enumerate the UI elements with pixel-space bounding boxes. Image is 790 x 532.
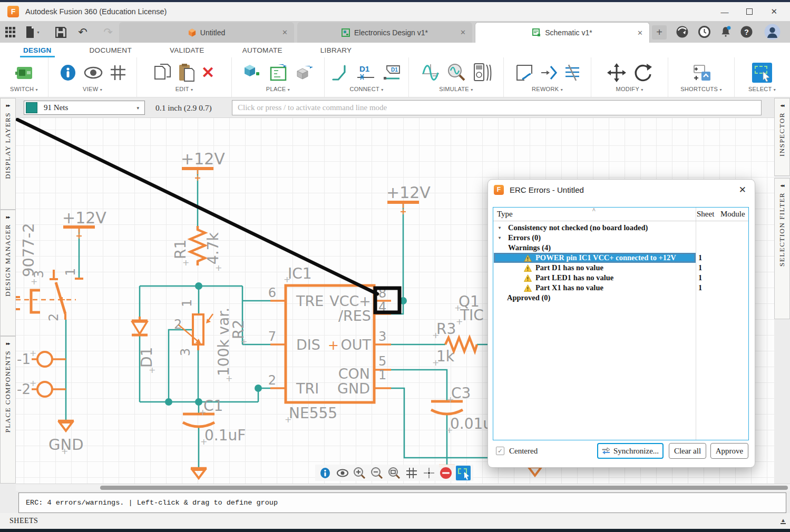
window-close-button[interactable]: ✕ xyxy=(771,7,777,16)
capacitor-c1[interactable]: C1 0.1uF ++ xyxy=(183,397,246,478)
dialog-close-icon[interactable]: ✕ xyxy=(739,184,746,195)
file-menu-icon[interactable]: ▾ xyxy=(24,25,40,40)
capacitor-c3[interactable]: C3 0.01u ++ xyxy=(431,385,492,476)
rework-lines-icon[interactable] xyxy=(564,64,580,82)
column-module[interactable]: Module xyxy=(720,210,745,219)
simulate-probe-icon[interactable] xyxy=(446,63,466,82)
expand-right-icon[interactable]: ▸▸ xyxy=(6,214,9,220)
menu-validate[interactable]: VALIDATE xyxy=(170,46,204,54)
resistor-r1[interactable]: R1 4.7k ++ xyxy=(172,226,222,273)
menu-library[interactable]: LIBRARY xyxy=(320,46,352,54)
column-sheet[interactable]: Sheet xyxy=(697,210,714,219)
notifications-bell-icon[interactable] xyxy=(719,25,733,41)
activity-clock-icon[interactable] xyxy=(698,25,711,41)
panel-design-manager[interactable]: ▸▸ DESIGN MANAGER xyxy=(0,210,16,336)
toolbar-group-shortcuts[interactable]: SHORTCUTS ▾ xyxy=(668,57,735,97)
copy-icon[interactable] xyxy=(154,63,172,82)
panel-place-components[interactable]: ▸▸ PLACE COMPONENTS xyxy=(0,336,16,484)
app-grid-icon[interactable] xyxy=(3,25,17,40)
transistor-q1[interactable]: Q1 TIC ++ xyxy=(454,293,484,327)
dialog-title-bar[interactable]: F ERC Errors - Untitled ✕ xyxy=(488,180,755,200)
panel-inspector[interactable]: ◂◂ INSPECTOR xyxy=(774,98,790,176)
toolbar-group-select[interactable]: SELECT ▾ xyxy=(735,57,789,97)
menu-design[interactable]: DESIGN xyxy=(23,46,52,54)
select-tool-icon[interactable] xyxy=(752,63,772,83)
visibility-eye-icon[interactable] xyxy=(335,466,350,480)
net-wire-icon[interactable] xyxy=(332,64,350,82)
erc-group-approved[interactable]: Approved (0) xyxy=(493,293,748,303)
panel-selection-filter[interactable]: ◂◂ SELECTION FILTER xyxy=(774,178,790,319)
expand-right-icon[interactable]: ▸▸ xyxy=(6,341,9,346)
place-module-icon[interactable] xyxy=(294,64,314,82)
erc-group-errors[interactable]: ▾ Errors (0) xyxy=(493,233,748,243)
potentiometer-r2[interactable]: 1 2 3 R2 100k var. ++ xyxy=(174,299,247,383)
erc-group-warnings[interactable]: Warnings (4) xyxy=(493,243,748,253)
tab-untitled[interactable]: Untitled ✕ xyxy=(119,22,294,43)
command-line-input[interactable] xyxy=(232,100,762,115)
centered-checkbox[interactable]: ✓ xyxy=(496,447,504,455)
info-icon[interactable] xyxy=(59,64,77,82)
gnd-symbol-left[interactable]: GND + xyxy=(48,421,84,456)
expand-right-icon[interactable]: ▸▸ xyxy=(6,103,9,108)
column-type[interactable]: Type xyxy=(497,210,513,219)
toolbar-group-switch[interactable]: SWITCH ▾ xyxy=(0,57,48,97)
pin-up-icon[interactable]: ▲ xyxy=(781,518,786,524)
multimeter-icon[interactable] xyxy=(473,63,492,83)
job-status-icon[interactable] xyxy=(676,25,689,41)
toolbar-group-view[interactable]: VIEW ▾ xyxy=(48,57,137,97)
tab-close-icon[interactable]: ✕ xyxy=(637,29,643,37)
help-icon[interactable]: ? xyxy=(740,25,753,41)
grid-settings-icon[interactable] xyxy=(110,64,126,81)
erc-warning-row-2[interactable]: Part D1 has no value 1 xyxy=(493,263,748,273)
shortcuts-icon[interactable] xyxy=(691,63,712,82)
window-minimize-button[interactable]: — xyxy=(720,7,728,16)
window-maximize-button[interactable] xyxy=(746,8,753,15)
menu-automate[interactable]: AUTOMATE xyxy=(242,46,282,54)
zoom-fit-icon[interactable] xyxy=(387,466,402,480)
toolbar-group-simulate[interactable]: SIMULATE ▾ xyxy=(409,57,504,97)
rework-route-icon[interactable] xyxy=(515,63,534,82)
save-icon[interactable] xyxy=(53,25,69,40)
tab-electronics-design[interactable]: Electronics Design v1* ✕ xyxy=(297,22,472,43)
select-mode-icon[interactable] xyxy=(456,466,471,480)
power-symbol-right[interactable]: +12V xyxy=(386,183,431,214)
delete-icon[interactable]: ✕ xyxy=(201,65,214,81)
remove-icon[interactable] xyxy=(438,466,453,480)
paste-icon[interactable] xyxy=(178,63,195,82)
simulate-wave-icon[interactable] xyxy=(421,63,440,82)
nets-dropdown[interactable]: 91 Nets ▾ xyxy=(24,101,145,115)
sheets-panel[interactable]: SHEETS ▲ xyxy=(0,513,790,529)
erc-warning-row-3[interactable]: Part LED1 has no value 1 xyxy=(493,273,748,283)
menu-document[interactable]: DOCUMENT xyxy=(90,46,132,54)
synchronize-button[interactable]: Synchronize... xyxy=(597,443,664,459)
rotate-icon[interactable] xyxy=(633,63,653,83)
toolbar-group-connect[interactable]: D1 D1 CONNECT ▾ xyxy=(325,57,409,97)
place-component-icon[interactable] xyxy=(242,63,262,82)
layer-visibility-eye-icon[interactable] xyxy=(83,66,103,80)
erc-group-consistency[interactable]: ▾ Consistency not checked (no board load… xyxy=(493,223,748,233)
move-icon[interactable] xyxy=(607,63,627,83)
grid-toggle-icon[interactable] xyxy=(404,466,419,480)
net-label-icon[interactable]: D1 xyxy=(382,64,402,82)
net-name-icon[interactable]: D1 xyxy=(356,64,375,82)
power-symbol-left[interactable]: +12V xyxy=(62,209,106,239)
panel-display-layers[interactable]: ▸▸ DISPLAY LAYERS xyxy=(0,98,16,210)
toolbar-group-modify[interactable]: MODIFY ▾ xyxy=(591,57,668,97)
ic1-ne555[interactable]: IC1 NE555 ++ 6 7 2 8 4 3 5 1 TRE VCC+ /R… xyxy=(268,265,391,425)
undo-icon[interactable]: ↶ xyxy=(75,25,91,40)
info-icon[interactable] xyxy=(318,466,333,480)
diode-d1[interactable]: D1 + xyxy=(132,317,155,375)
erc-table-header[interactable]: Type ^ Sheet Module xyxy=(493,208,748,221)
rework-arrow-icon[interactable] xyxy=(540,64,558,82)
toolbar-group-place[interactable]: PLACE ▾ xyxy=(232,57,325,97)
power-symbol-mid[interactable]: +12V xyxy=(181,150,225,181)
zoom-in-icon[interactable] xyxy=(353,466,367,480)
switch-9077-2[interactable]: 9077-2 + 3 1 2 xyxy=(16,223,83,321)
horizontal-scrollbar[interactable] xyxy=(16,484,790,491)
user-avatar[interactable] xyxy=(764,24,781,42)
collapse-left-icon[interactable]: ◂◂ xyxy=(780,103,784,108)
tab-close-icon[interactable]: ✕ xyxy=(460,28,466,36)
origin-crosshair-icon[interactable] xyxy=(422,466,436,480)
tab-schematic[interactable]: Schematic v1* ✕ xyxy=(475,22,650,43)
collapse-left-icon[interactable]: ◂◂ xyxy=(780,183,784,188)
